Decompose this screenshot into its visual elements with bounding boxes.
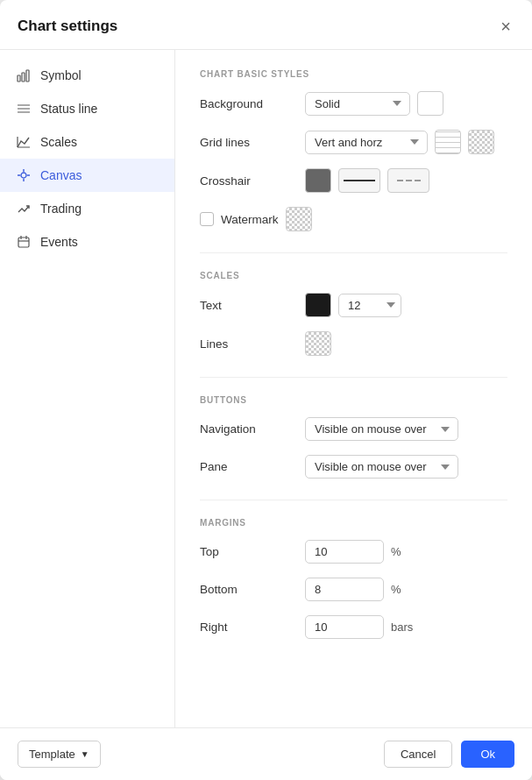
- crosshair-line-style[interactable]: [338, 168, 380, 193]
- close-button[interactable]: ×: [497, 16, 514, 37]
- crosshair-label: Crosshair: [200, 174, 296, 188]
- chart-basic-styles-title: CHART BASIC STYLES: [200, 69, 507, 79]
- grid-pattern-2-swatch[interactable]: [468, 130, 494, 154]
- chart-settings-dialog: Chart settings × Symbol: [0, 0, 532, 780]
- divider-3: [200, 500, 507, 500]
- sidebar-item-canvas[interactable]: Canvas: [0, 159, 174, 192]
- svg-point-8: [21, 173, 26, 178]
- sidebar-item-scales[interactable]: Scales: [0, 125, 174, 159]
- watermark-checkbox[interactable]: [200, 212, 214, 226]
- bottom-label: Bottom: [200, 583, 296, 596]
- chart-basic-styles-section: CHART BASIC STYLES Background Solid Grad…: [200, 69, 507, 231]
- svg-rect-2: [26, 70, 29, 82]
- chart-icon: [16, 67, 32, 83]
- buttons-section: BUTTONS Navigation Always Visible on mou…: [200, 395, 507, 479]
- crosshair-row: Crosshair: [200, 168, 507, 193]
- lines-label: Lines: [200, 337, 296, 351]
- bottom-row: Bottom %: [200, 578, 507, 601]
- sidebar-label-status-line: Status line: [40, 102, 97, 116]
- pane-row: Pane Always Visible on mouse over Never: [200, 455, 507, 479]
- right-input[interactable]: [305, 615, 384, 639]
- template-button[interactable]: Template ▼: [18, 741, 101, 768]
- watermark-label: Watermark: [221, 213, 279, 226]
- text-controls: 8 9 10 11 12 13 14 16 18: [305, 293, 401, 317]
- right-label: Right: [200, 620, 296, 634]
- pane-select[interactable]: Always Visible on mouse over Never: [305, 455, 458, 479]
- bottom-unit: %: [391, 583, 401, 596]
- pane-controls: Always Visible on mouse over Never: [305, 455, 458, 479]
- bottom-input[interactable]: [305, 578, 384, 601]
- text-color-swatch[interactable]: [305, 293, 331, 317]
- template-chevron-icon: ▼: [81, 749, 89, 759]
- navigation-controls: Always Visible on mouse over Never: [305, 417, 458, 441]
- grid-lines-label: Grid lines: [200, 136, 296, 149]
- lines-color-swatch[interactable]: [305, 331, 331, 356]
- top-controls: %: [305, 540, 401, 564]
- margins-section: MARGINS Top % Bottom %: [200, 518, 507, 639]
- top-row: Top %: [200, 540, 507, 564]
- crosshair-dash-style[interactable]: [387, 168, 429, 193]
- trading-icon: [16, 201, 32, 216]
- right-unit: bars: [391, 620, 413, 634]
- scales-title: SCALES: [200, 271, 507, 280]
- scales-icon: [16, 134, 32, 150]
- sidebar-label-canvas: Canvas: [40, 168, 82, 182]
- crosshair-line-inner: [344, 180, 375, 181]
- main-content: CHART BASIC STYLES Background Solid Grad…: [175, 50, 532, 727]
- ok-button[interactable]: Ok: [461, 741, 514, 768]
- bottom-controls: %: [305, 578, 401, 601]
- svg-rect-13: [18, 238, 29, 247]
- svg-rect-0: [18, 75, 20, 82]
- crosshair-color-swatch[interactable]: [305, 168, 331, 193]
- watermark-color-swatch[interactable]: [286, 207, 312, 231]
- lines-controls: [305, 331, 331, 356]
- background-controls: Solid Gradient None: [305, 91, 443, 116]
- text-row: Text 8 9 10 11 12 13 14 16 18: [200, 293, 507, 317]
- sidebar-item-status-line[interactable]: Status line: [0, 92, 174, 125]
- scales-section: SCALES Text 8 9 10 11 12 13 14: [200, 271, 507, 356]
- top-label: Top: [200, 545, 296, 558]
- grid-lines-select[interactable]: Vert and horz Vert only Horz only None: [305, 131, 428, 154]
- dialog-footer: Template ▼ Cancel Ok: [0, 727, 532, 780]
- grid-lines-row: Grid lines Vert and horz Vert only Horz …: [200, 130, 507, 154]
- dialog-body: Symbol Status line: [0, 50, 532, 727]
- sidebar-item-trading[interactable]: Trading: [0, 192, 174, 225]
- background-select[interactable]: Solid Gradient None: [305, 92, 410, 116]
- sidebar-label-events: Events: [40, 235, 78, 249]
- grid-pattern-1-swatch[interactable]: [435, 130, 461, 154]
- cancel-button[interactable]: Cancel: [384, 741, 452, 768]
- footer-actions: Cancel Ok: [384, 741, 514, 768]
- navigation-label: Navigation: [200, 422, 296, 436]
- background-color-swatch[interactable]: [417, 91, 443, 116]
- dialog-title: Chart settings: [18, 18, 117, 35]
- template-label: Template: [29, 748, 75, 761]
- sidebar-label-symbol: Symbol: [40, 68, 82, 82]
- background-row: Background Solid Gradient None: [200, 91, 507, 116]
- divider-1: [200, 252, 507, 253]
- sidebar: Symbol Status line: [0, 50, 175, 727]
- lines-row: Lines: [200, 331, 507, 356]
- top-input[interactable]: [305, 540, 384, 564]
- dash-seg-1: [397, 180, 403, 181]
- buttons-title: BUTTONS: [200, 395, 507, 405]
- right-row: Right bars: [200, 615, 507, 639]
- top-unit: %: [391, 545, 401, 558]
- watermark-row: Watermark: [200, 207, 507, 231]
- dialog-header: Chart settings ×: [0, 0, 532, 50]
- svg-rect-1: [22, 73, 25, 82]
- background-label: Background: [200, 97, 296, 110]
- divider-2: [200, 377, 507, 378]
- statusline-icon: [16, 101, 32, 117]
- canvas-icon: [16, 167, 32, 183]
- text-font-size-select[interactable]: 8 9 10 11 12 13 14 16 18: [338, 294, 401, 317]
- margins-title: MARGINS: [200, 518, 507, 528]
- events-icon: [16, 234, 32, 250]
- text-label: Text: [200, 299, 296, 312]
- pane-label: Pane: [200, 460, 296, 473]
- crosshair-controls: [305, 168, 429, 193]
- sidebar-item-symbol[interactable]: Symbol: [0, 59, 174, 92]
- navigation-row: Navigation Always Visible on mouse over …: [200, 417, 507, 441]
- sidebar-label-trading: Trading: [40, 202, 82, 216]
- sidebar-item-events[interactable]: Events: [0, 225, 174, 259]
- navigation-select[interactable]: Always Visible on mouse over Never: [305, 417, 458, 441]
